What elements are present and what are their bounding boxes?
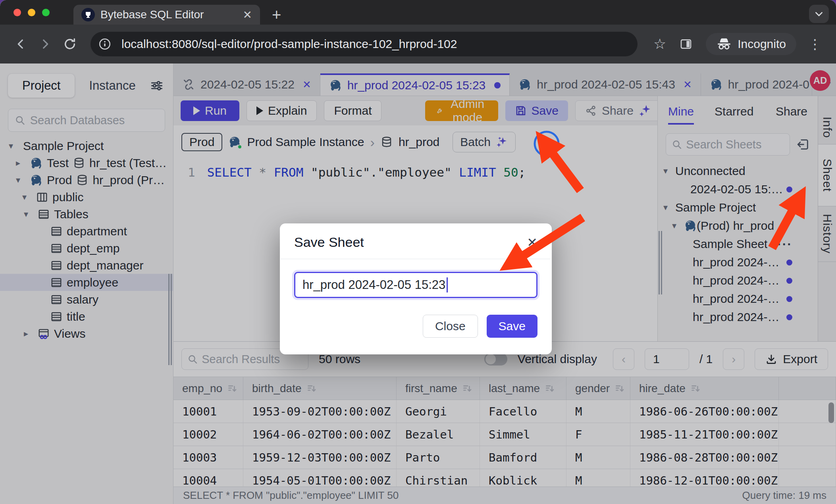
tab-sheet[interactable]: Sheet bbox=[818, 144, 836, 206]
modal-close-button[interactable]: Close bbox=[423, 315, 478, 338]
instance-name[interactable]: Prod Sample Instance bbox=[247, 135, 364, 149]
batch-mode-button[interactable]: Batch bbox=[453, 132, 516, 152]
sort-icon[interactable] bbox=[462, 383, 472, 394]
close-tab-icon[interactable]: ✕ bbox=[683, 79, 692, 91]
sheet-list-item[interactable]: ▾Sample Project bbox=[658, 198, 818, 217]
tree-item[interactable]: dept_manager bbox=[0, 257, 173, 274]
tab-mine[interactable]: Mine bbox=[668, 105, 694, 125]
export-button[interactable]: Export bbox=[755, 348, 828, 370]
table-scrollbar-thumb[interactable] bbox=[828, 402, 834, 423]
database-search[interactable] bbox=[8, 109, 165, 132]
table-row[interactable]: 100031959-12-03T00:00:00ZPartoBamfordM19… bbox=[173, 446, 836, 469]
tree-item[interactable]: ▾Sample Project bbox=[0, 137, 173, 154]
admin-mode-button[interactable]: Admin mode bbox=[425, 100, 498, 121]
column-header[interactable]: first_name bbox=[397, 377, 480, 400]
sheet-name-input[interactable]: hr_prod 2024-02-05 15:23 bbox=[294, 272, 537, 298]
tree-item[interactable]: ▾Prodhr_prod (Pr… bbox=[0, 171, 173, 189]
tree-item[interactable]: employee bbox=[0, 274, 173, 291]
page-input[interactable] bbox=[645, 348, 689, 370]
browser-tab[interactable]: Bytebase SQL Editor ✕ bbox=[73, 5, 260, 25]
tree-item[interactable]: ▸Testhr_test (Test… bbox=[0, 154, 173, 171]
browser-menu-icon[interactable]: ⋮ bbox=[800, 36, 826, 52]
format-button[interactable]: Format bbox=[324, 100, 381, 121]
side-panel-icon[interactable] bbox=[676, 34, 696, 54]
modal-close-icon[interactable]: ✕ bbox=[527, 235, 537, 250]
close-tab-icon[interactable]: ✕ bbox=[302, 79, 311, 91]
sheet-search[interactable] bbox=[666, 133, 790, 156]
results-search-input[interactable] bbox=[202, 353, 302, 366]
sheet-panel-resize-handle[interactable] bbox=[659, 231, 663, 294]
sheet-item-menu-icon[interactable]: ··· bbox=[777, 237, 792, 252]
editor-tab[interactable]: hr_prod 2024-02-05 15:43✕ bbox=[510, 73, 701, 96]
tab-info[interactable]: Info bbox=[818, 96, 836, 144]
sheet-list-item[interactable]: 2024-02-05 15:… bbox=[658, 180, 818, 198]
save-sheet-button[interactable]: Save bbox=[505, 100, 568, 121]
bookmark-star-icon[interactable]: ☆ bbox=[648, 36, 672, 52]
zoom-window-button[interactable] bbox=[42, 9, 50, 16]
tree-item[interactable]: dept_emp bbox=[0, 240, 173, 257]
column-header[interactable]: birth_date bbox=[243, 377, 397, 400]
sort-icon[interactable] bbox=[614, 383, 625, 394]
run-button[interactable]: Run bbox=[181, 100, 239, 121]
modal-save-button[interactable]: Save bbox=[487, 315, 537, 338]
caret-down-icon: ▾ bbox=[663, 166, 675, 176]
sheet-list-item[interactable]: hr_prod 2024-… bbox=[658, 308, 818, 326]
sidebar-resize-handle[interactable] bbox=[168, 274, 172, 365]
reload-button[interactable] bbox=[60, 34, 80, 54]
column-header[interactable]: hire_date bbox=[630, 377, 779, 400]
minimize-window-button[interactable] bbox=[28, 9, 35, 16]
caret-down-icon: ▾ bbox=[22, 192, 34, 202]
tree-item[interactable]: title bbox=[0, 308, 173, 325]
tab-starred[interactable]: Starred bbox=[715, 105, 753, 123]
close-window-button[interactable] bbox=[13, 9, 21, 16]
filter-settings-icon[interactable] bbox=[150, 79, 166, 92]
vertical-display-toggle[interactable] bbox=[484, 353, 507, 365]
tree-item[interactable]: ▸Views bbox=[0, 325, 173, 342]
tree-item-label: department bbox=[67, 225, 127, 238]
sheet-list-item[interactable]: Sample Sheet··· bbox=[658, 235, 818, 253]
tree-item[interactable]: department bbox=[0, 223, 173, 240]
tree-item[interactable]: ▾public bbox=[0, 189, 173, 206]
forward-button[interactable] bbox=[35, 34, 56, 54]
column-header[interactable]: last_name bbox=[480, 377, 566, 400]
close-tab-icon[interactable]: ✕ bbox=[243, 8, 252, 21]
tab-history[interactable]: History bbox=[818, 206, 836, 262]
tab-instance[interactable]: Instance bbox=[75, 74, 150, 98]
site-info-icon[interactable] bbox=[94, 34, 115, 54]
new-tab-button[interactable]: + bbox=[272, 5, 281, 25]
table-row[interactable]: 100041954-05-01T00:00:00ZChirstianKoblic… bbox=[173, 469, 836, 487]
sort-icon[interactable] bbox=[227, 383, 237, 394]
prev-page-button[interactable]: ‹ bbox=[613, 348, 634, 370]
sort-icon[interactable] bbox=[306, 383, 317, 394]
sheet-search-input[interactable] bbox=[686, 138, 784, 151]
address-bar[interactable]: localhost:8080/sql-editor/prod-sample-in… bbox=[91, 32, 638, 56]
sort-icon[interactable] bbox=[690, 383, 701, 394]
tree-item[interactable]: salary bbox=[0, 291, 173, 308]
table-row[interactable]: 100011953-09-02T00:00:00ZGeorgiFacelloM1… bbox=[173, 400, 836, 423]
database-name[interactable]: hr_prod bbox=[399, 135, 439, 149]
tab-project[interactable]: Project bbox=[8, 74, 75, 98]
editor-tab[interactable]: hr_prod 2024-02-05 15:23 bbox=[320, 73, 510, 96]
tab-shared[interactable]: Share bbox=[776, 105, 807, 123]
connect-sheet-icon[interactable] bbox=[796, 138, 810, 151]
sheet-list-item[interactable]: hr_prod 2024-… bbox=[658, 271, 818, 290]
sheet-list-item[interactable]: ▾Unconnected bbox=[658, 162, 818, 180]
column-header[interactable]: gender bbox=[566, 377, 630, 400]
editor-tab[interactable]: hr_prod 2024-0 bbox=[701, 73, 812, 96]
user-avatar[interactable]: AD bbox=[810, 70, 830, 91]
sheet-list-item[interactable]: hr_prod 2024-… bbox=[658, 290, 818, 308]
tree-item[interactable]: ▾Tables bbox=[0, 206, 173, 223]
column-header[interactable]: emp_no bbox=[173, 377, 243, 400]
sheet-list-item[interactable]: ▾(Prod) hr_prod bbox=[658, 217, 818, 235]
table-row[interactable]: 100021964-06-02T00:00:00ZBezalelSimmelF1… bbox=[173, 423, 836, 446]
back-button[interactable] bbox=[10, 34, 31, 54]
share-button[interactable]: Share bbox=[575, 100, 662, 121]
database-search-input[interactable] bbox=[30, 114, 158, 127]
sort-icon[interactable] bbox=[545, 383, 555, 394]
explain-button[interactable]: Explain bbox=[247, 100, 317, 121]
tab-search-button[interactable] bbox=[809, 5, 829, 23]
next-page-button[interactable]: › bbox=[723, 348, 744, 370]
editor-tab[interactable]: 2024-02-05 15:22✕ bbox=[173, 73, 320, 96]
postgres-icon bbox=[228, 136, 241, 148]
sheet-list-item[interactable]: hr_prod 2024-… bbox=[658, 253, 818, 271]
